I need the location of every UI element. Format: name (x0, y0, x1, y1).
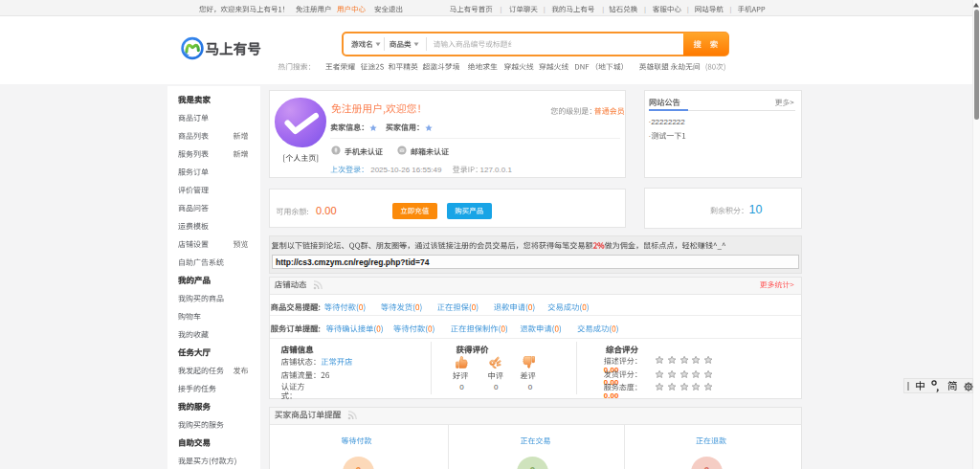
svg-text:2025-10-26 16:55:49: 2025-10-26 16:55:49 (370, 166, 442, 174)
svg-text:0: 0 (703, 465, 709, 469)
svg-text:0.00: 0.00 (316, 205, 336, 216)
svg-text:|: | (602, 5, 604, 13)
svg-text:0: 0 (355, 465, 361, 469)
svg-text:0.00: 0.00 (604, 391, 619, 400)
svg-text:|: | (501, 5, 502, 13)
svg-text:|: | (730, 5, 732, 13)
svg-text:0: 0 (459, 383, 464, 391)
svg-text:|: | (544, 5, 546, 13)
svg-text:10: 10 (749, 203, 763, 216)
svg-text:·: · (649, 132, 652, 141)
svg-text:|: | (644, 5, 646, 13)
svg-text:|: | (687, 5, 689, 13)
svg-text:0: 0 (529, 465, 535, 469)
svg-text:·22222222: ·22222222 (649, 118, 686, 126)
svg-text:0: 0 (528, 383, 533, 391)
svg-text:127.0.0.1: 127.0.0.1 (480, 166, 513, 174)
svg-text:0: 0 (494, 383, 499, 391)
svg-text:http://cs3.cmzym.cn/reg/reg.ph: http://cs3.cmzym.cn/reg/reg.php?tid=74 (276, 257, 430, 267)
